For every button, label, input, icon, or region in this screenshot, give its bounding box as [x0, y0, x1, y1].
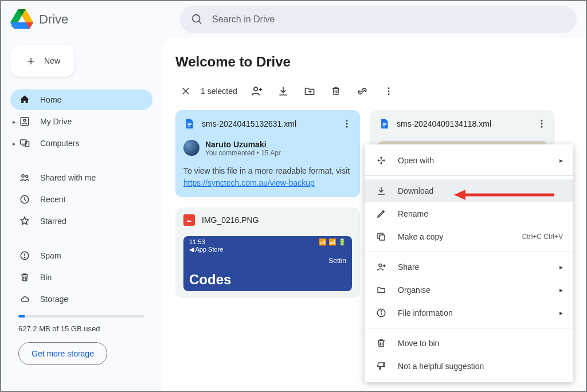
svg-rect-26 — [188, 123, 192, 123]
menu-not-helpful[interactable]: Not a helpful suggestion — [365, 355, 573, 378]
card-more-icon[interactable] — [537, 119, 547, 129]
menu-move-to-bin[interactable]: Move to bin — [365, 332, 573, 355]
menu-share[interactable]: Share ▸ — [365, 256, 573, 279]
svg-point-3 — [24, 119, 26, 121]
svg-line-1 — [199, 21, 202, 24]
selection-toolbar: 1 selected — [175, 81, 572, 101]
search-bar[interactable]: Search in Drive — [180, 6, 577, 33]
selection-count: 1 selected — [201, 87, 237, 96]
copy-icon — [375, 232, 388, 242]
menu-make-copy[interactable]: Make a copy Ctrl+C Ctrl+V — [365, 225, 573, 248]
move-icon[interactable] — [303, 85, 316, 97]
app-name: Drive — [39, 12, 68, 27]
plus-icon: ＋ — [25, 52, 37, 69]
get-more-storage-button[interactable]: Get more storage — [18, 342, 107, 365]
sidebar-item-spam[interactable]: Spam — [10, 245, 152, 266]
menu-label: Download — [398, 186, 433, 195]
file-name: IMG_0216.PNG — [202, 215, 352, 225]
sidebar-item-label: Computers — [40, 139, 79, 148]
menu-file-info[interactable]: File information ▸ — [365, 301, 573, 324]
svg-point-37 — [541, 126, 543, 128]
avatar — [183, 140, 199, 156]
download-icon[interactable] — [276, 85, 290, 97]
storage-used-text: 627.2 MB of 15 GB used — [18, 324, 144, 333]
link-icon[interactable] — [355, 85, 369, 97]
body-link[interactable]: https://synctech.com.au/view-backup — [183, 178, 315, 187]
search-placeholder: Search in Drive — [212, 14, 275, 25]
file-doc-icon — [378, 117, 390, 131]
menu-open-with[interactable]: Open with ▸ — [365, 149, 573, 172]
svg-point-25 — [388, 93, 389, 95]
sidebar-item-home[interactable]: Home — [10, 89, 152, 110]
sidebar-item-storage[interactable]: Storage — [10, 289, 152, 309]
svg-point-36 — [541, 123, 543, 125]
context-menu: Open with ▸ Download Rename Make a copy … — [365, 144, 573, 382]
storage-section: 627.2 MB of 15 GB used Get more storage — [10, 309, 152, 367]
sidebar-item-computers[interactable]: ▸ Computers — [10, 133, 152, 154]
svg-rect-38 — [379, 235, 385, 240]
chevron-right-icon: ▸ — [559, 309, 563, 317]
svg-point-12 — [24, 257, 25, 258]
chevron-right-icon: ▸ — [559, 263, 563, 271]
svg-point-29 — [346, 120, 348, 121]
sidebar-item-starred[interactable]: Starred — [10, 211, 152, 232]
search-icon — [190, 13, 204, 26]
sidebar-item-recent[interactable]: Recent — [10, 189, 152, 210]
sidebar-item-shared[interactable]: Shared with me — [10, 167, 152, 188]
commenter-sub: You commented • 15 Apr — [205, 149, 281, 157]
thumbs-down-icon — [375, 361, 388, 371]
sidebar-item-label: Bin — [40, 273, 52, 282]
page-title: Welcome to Drive — [175, 54, 572, 70]
download-icon — [375, 186, 388, 196]
more-options-icon[interactable] — [382, 86, 396, 96]
chevron-right-icon: ▸ — [559, 156, 563, 164]
delete-icon[interactable] — [329, 85, 343, 97]
share-person-icon[interactable] — [250, 85, 264, 97]
menu-rename[interactable]: Rename — [365, 202, 573, 225]
shared-icon — [18, 173, 31, 183]
sidebar-item-label: Shared with me — [40, 173, 96, 182]
menu-label: Organise — [398, 285, 431, 295]
image-preview: 11:53📶 📶 🔋 ◀ App Store Settin Codes — [183, 236, 352, 291]
svg-point-0 — [193, 15, 200, 22]
sidebar-item-bin[interactable]: Bin — [10, 267, 152, 288]
menu-shortcut: Ctrl+C Ctrl+V — [522, 233, 563, 241]
file-card-image[interactable]: IMG_0216.PNG 11:53📶 📶 🔋 ◀ App Store Sett… — [175, 207, 360, 298]
drive-logo-icon — [10, 9, 33, 30]
sidebar-item-label: Spam — [40, 251, 61, 260]
menu-label: Share — [398, 262, 419, 272]
cloud-icon — [18, 295, 31, 304]
folder-icon — [375, 285, 388, 295]
svg-point-35 — [541, 120, 543, 121]
sidebar-item-label: Storage — [40, 295, 68, 304]
sidebar-item-mydrive[interactable]: ▸ My Drive — [10, 111, 152, 132]
trash-icon — [375, 338, 388, 348]
svg-point-30 — [346, 123, 348, 125]
star-icon — [18, 216, 31, 226]
image-file-icon — [183, 214, 195, 226]
svg-rect-28 — [188, 126, 190, 126]
home-icon — [18, 94, 31, 105]
chevron-right-icon: ▸ — [13, 140, 15, 147]
file-card-selected[interactable]: sms-20240415132631.xml Naruto Uzumaki Yo… — [175, 110, 360, 197]
sidebar-item-label: Home — [40, 95, 61, 104]
menu-organise[interactable]: Organise ▸ — [365, 279, 573, 301]
menu-download[interactable]: Download — [365, 179, 573, 202]
body-text: To view this file in a more readable for… — [183, 166, 350, 175]
mydrive-icon — [18, 116, 31, 127]
close-selection-icon[interactable] — [179, 86, 193, 96]
svg-rect-34 — [383, 126, 385, 126]
menu-label: Move to bin — [398, 339, 439, 348]
svg-point-31 — [346, 126, 348, 128]
commenter-name: Naruto Uzumaki — [205, 140, 281, 149]
spam-icon — [18, 250, 31, 261]
card-more-icon[interactable] — [342, 119, 352, 129]
computers-icon — [18, 138, 31, 148]
svg-point-44 — [381, 311, 381, 311]
card-body: To view this file in a more readable for… — [175, 160, 360, 197]
svg-point-8 — [26, 175, 28, 178]
new-button[interactable]: ＋ New — [10, 45, 75, 77]
recent-icon — [18, 194, 31, 205]
svg-rect-32 — [383, 123, 387, 123]
sidebar-item-label: Starred — [40, 217, 66, 226]
